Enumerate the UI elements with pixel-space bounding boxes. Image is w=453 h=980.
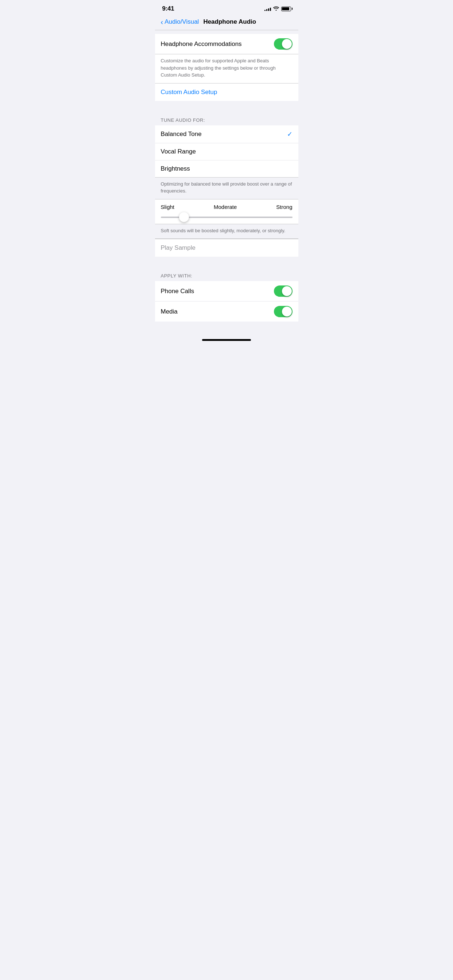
play-sample-row[interactable]: Play Sample <box>155 239 298 257</box>
headphone-accommodations-row: Headphone Accommodations <box>155 34 298 54</box>
group-gap-2 <box>155 101 298 114</box>
bottom-spacer <box>155 321 298 336</box>
media-toggle[interactable] <box>274 306 292 317</box>
group-gap-1 <box>155 30 298 34</box>
balanced-tone-checkmark: ✓ <box>287 130 292 138</box>
brightness-row[interactable]: Brightness <box>155 161 298 177</box>
slider-note: Soft sounds will be boosted slightly, mo… <box>155 224 298 239</box>
apply-with-card: Phone Calls Media <box>155 281 298 321</box>
tune-audio-header: TUNE AUDIO FOR: <box>155 114 298 126</box>
audio-boost-slider[interactable] <box>161 216 292 218</box>
headphone-accommodations-card: Headphone Accommodations Customize the a… <box>155 34 298 101</box>
status-time: 9:41 <box>162 5 174 13</box>
media-label: Media <box>161 308 178 315</box>
vocal-range-row[interactable]: Vocal Range <box>155 143 298 161</box>
phone-calls-row: Phone Calls <box>155 281 298 302</box>
wifi-icon <box>273 6 279 12</box>
battery-icon <box>281 6 291 11</box>
back-label: Audio/Visual <box>164 18 199 25</box>
tune-audio-card: Balanced Tone ✓ Vocal Range Brightness <box>155 126 298 177</box>
headphone-description: Customize the audio for supported Apple … <box>155 54 298 83</box>
headphone-accommodations-label: Headphone Accommodations <box>161 40 242 48</box>
apply-with-header: APPLY WITH: <box>155 269 298 281</box>
slider-card: Slight Moderate Strong <box>155 199 298 224</box>
balanced-tone-row[interactable]: Balanced Tone ✓ <box>155 126 298 143</box>
group-gap-3 <box>155 257 298 269</box>
slider-labels: Slight Moderate Strong <box>161 204 292 210</box>
tune-audio-section-label: TUNE AUDIO FOR: <box>161 118 205 123</box>
phone-calls-label: Phone Calls <box>161 288 195 295</box>
media-toggle-knob <box>282 307 292 317</box>
play-sample-label[interactable]: Play Sample <box>161 244 196 251</box>
phone-calls-toggle[interactable] <box>274 285 292 297</box>
toggle-knob <box>282 39 292 49</box>
media-row: Media <box>155 302 298 321</box>
phone-calls-toggle-knob <box>282 286 292 296</box>
nav-header: ‹ Audio/Visual Headphone Audio <box>155 15 298 30</box>
slider-label-moderate: Moderate <box>214 204 237 210</box>
custom-audio-setup-link[interactable]: Custom Audio Setup <box>161 89 217 95</box>
back-button[interactable]: ‹ Audio/Visual <box>161 18 199 25</box>
balanced-tone-label: Balanced Tone <box>161 130 202 138</box>
back-chevron-icon: ‹ <box>161 18 163 25</box>
home-indicator <box>155 336 298 343</box>
home-bar <box>202 339 251 341</box>
slider-label-strong: Strong <box>276 204 292 210</box>
signal-icon <box>265 6 271 11</box>
apply-with-section-label: APPLY WITH: <box>161 273 193 278</box>
headphone-accommodations-toggle[interactable] <box>274 38 292 49</box>
vocal-range-label: Vocal Range <box>161 148 196 155</box>
slider-label-slight: Slight <box>161 204 175 210</box>
tune-audio-note: Optimizing for balanced tone will provid… <box>155 178 298 199</box>
status-bar: 9:41 <box>155 0 298 15</box>
custom-audio-link-row[interactable]: Custom Audio Setup <box>155 83 298 101</box>
status-icons <box>265 6 291 12</box>
page-title: Headphone Audio <box>203 18 256 25</box>
brightness-label: Brightness <box>161 165 190 172</box>
